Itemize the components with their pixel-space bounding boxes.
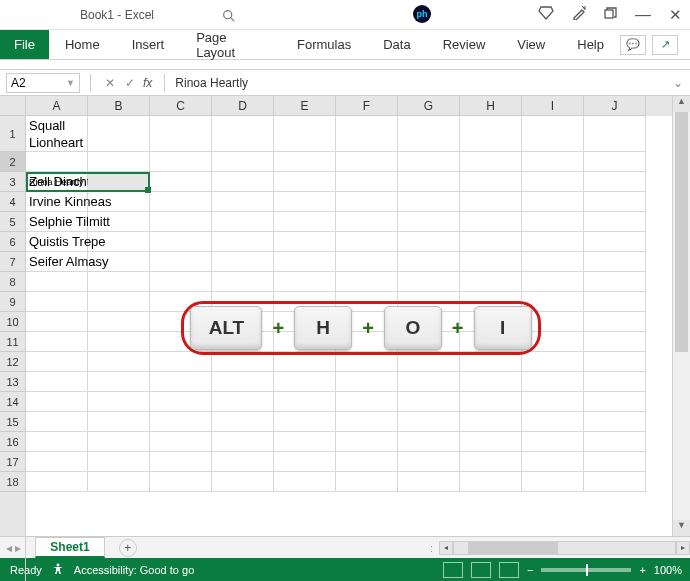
cell[interactable] xyxy=(584,452,646,472)
account-avatar[interactable]: ph xyxy=(413,5,431,23)
cancel-entry-button[interactable]: ✕ xyxy=(105,76,115,90)
cell[interactable] xyxy=(584,272,646,292)
col-header-a[interactable]: A xyxy=(26,96,88,116)
row-header-12[interactable]: 12 xyxy=(0,352,26,372)
cell[interactable] xyxy=(26,472,88,492)
cell[interactable] xyxy=(460,116,522,152)
cell[interactable] xyxy=(88,412,150,432)
cell[interactable] xyxy=(88,212,150,232)
cell[interactable] xyxy=(336,116,398,152)
cell[interactable] xyxy=(274,272,336,292)
col-header-d[interactable]: D xyxy=(212,96,274,116)
cell[interactable] xyxy=(26,392,88,412)
cell[interactable] xyxy=(274,412,336,432)
cell[interactable] xyxy=(584,116,646,152)
cell-a2[interactable] xyxy=(26,152,88,172)
restore-window-icon[interactable] xyxy=(604,7,617,23)
cell[interactable] xyxy=(150,352,212,372)
cell[interactable] xyxy=(522,272,584,292)
cell[interactable] xyxy=(584,432,646,452)
cell[interactable] xyxy=(584,312,646,332)
cell[interactable] xyxy=(150,372,212,392)
row-header-9[interactable]: 9 xyxy=(0,292,26,312)
cell[interactable] xyxy=(26,352,88,372)
row-header-11[interactable]: 11 xyxy=(0,332,26,352)
status-accessibility[interactable]: Accessibility: Good to go xyxy=(74,564,194,576)
cell[interactable] xyxy=(336,232,398,252)
row-header-4[interactable]: 4 xyxy=(0,192,26,212)
zoom-slider[interactable] xyxy=(541,568,631,572)
scroll-grip-icon[interactable]: : xyxy=(430,542,433,554)
row-header-5[interactable]: 5 xyxy=(0,212,26,232)
cell[interactable] xyxy=(212,212,274,232)
cell[interactable] xyxy=(460,252,522,272)
cell[interactable] xyxy=(584,292,646,312)
scroll-down-arrow[interactable]: ▼ xyxy=(673,520,690,536)
cell[interactable] xyxy=(584,412,646,432)
cell-a5[interactable]: Selphie Tilmitt xyxy=(26,212,88,232)
cell[interactable] xyxy=(212,172,274,192)
view-page-layout-button[interactable] xyxy=(471,562,491,578)
cell[interactable] xyxy=(584,372,646,392)
cell[interactable] xyxy=(460,472,522,492)
cell[interactable] xyxy=(88,372,150,392)
cell[interactable] xyxy=(274,116,336,152)
cell-a2-display[interactable]: Rinoa Heartly xyxy=(29,172,84,192)
cells[interactable]: SquallLionheart Rinoa Heartly Zell Dinch… xyxy=(26,116,672,536)
cell[interactable] xyxy=(336,472,398,492)
cell[interactable] xyxy=(274,472,336,492)
fx-icon[interactable]: fx xyxy=(143,76,152,90)
cell[interactable] xyxy=(584,152,646,172)
cell-b2[interactable] xyxy=(88,152,150,172)
cell[interactable] xyxy=(336,192,398,212)
tab-formulas[interactable]: Formulas xyxy=(281,30,367,59)
minimize-button[interactable]: — xyxy=(635,6,651,24)
cell[interactable] xyxy=(336,212,398,232)
cell[interactable] xyxy=(584,172,646,192)
col-header-f[interactable]: F xyxy=(336,96,398,116)
scroll-thumb[interactable] xyxy=(675,112,688,352)
cell[interactable] xyxy=(460,172,522,192)
row-header-15[interactable]: 15 xyxy=(0,412,26,432)
comments-button[interactable]: 💬 xyxy=(620,35,646,55)
cell[interactable] xyxy=(26,412,88,432)
cell[interactable] xyxy=(212,252,274,272)
view-page-break-button[interactable] xyxy=(499,562,519,578)
zoom-in-button[interactable]: + xyxy=(639,564,645,576)
enter-button[interactable]: ✓ xyxy=(125,76,135,90)
cell[interactable] xyxy=(274,152,336,172)
cell[interactable] xyxy=(398,192,460,212)
vertical-scrollbar[interactable]: ▲ ▼ xyxy=(672,96,690,536)
cell[interactable] xyxy=(522,232,584,252)
add-sheet-button[interactable]: + xyxy=(119,539,137,557)
tab-insert[interactable]: Insert xyxy=(116,30,181,59)
row-header-16[interactable]: 16 xyxy=(0,432,26,452)
cell[interactable] xyxy=(150,452,212,472)
tab-home[interactable]: Home xyxy=(49,30,116,59)
cell[interactable] xyxy=(398,352,460,372)
cell[interactable] xyxy=(88,272,150,292)
cell[interactable] xyxy=(398,152,460,172)
cell[interactable] xyxy=(274,432,336,452)
cell[interactable] xyxy=(212,116,274,152)
cell-a1[interactable]: SquallLionheart xyxy=(26,116,88,152)
cell[interactable] xyxy=(460,412,522,432)
cell[interactable] xyxy=(584,332,646,352)
cell[interactable] xyxy=(150,192,212,212)
formula-bar-expand[interactable]: ⌄ xyxy=(670,76,686,90)
select-all-corner[interactable] xyxy=(0,96,26,116)
row-header-17[interactable]: 17 xyxy=(0,452,26,472)
cell[interactable] xyxy=(584,212,646,232)
cell[interactable] xyxy=(88,352,150,372)
cell[interactable] xyxy=(522,392,584,412)
cell[interactable] xyxy=(398,272,460,292)
cell[interactable] xyxy=(522,372,584,392)
cell[interactable] xyxy=(398,252,460,272)
sheet-tab-sheet1[interactable]: Sheet1 xyxy=(35,537,104,558)
cell[interactable] xyxy=(336,352,398,372)
horizontal-scrollbar[interactable]: : ◂ ▸ xyxy=(430,541,690,555)
cell[interactable] xyxy=(398,116,460,152)
cell[interactable] xyxy=(522,352,584,372)
cell[interactable] xyxy=(150,252,212,272)
chevron-down-icon[interactable]: ▼ xyxy=(66,78,75,88)
